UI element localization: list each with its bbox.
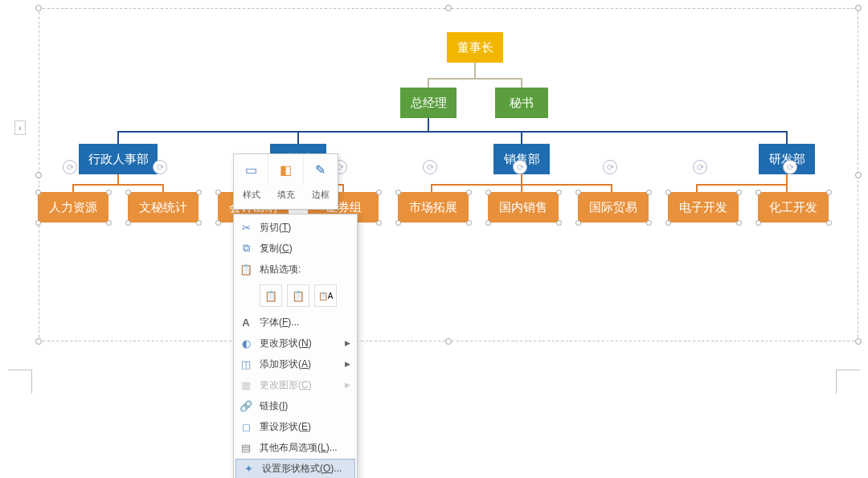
node-dept-hr[interactable]: 行政人事部	[79, 144, 158, 174]
clipboard-icon: 📋	[292, 290, 305, 302]
menu-font[interactable]: A 字体(F)...	[234, 312, 357, 333]
style-label: 样式	[234, 185, 268, 204]
menu-copy[interactable]: ⧉ 复制(C)	[234, 238, 357, 259]
node-secretary[interactable]: 秘书	[495, 88, 548, 118]
scissors-icon: ✂	[239, 222, 253, 234]
rotate-handle-icon[interactable]: ⟳	[783, 160, 797, 174]
rotate-handle-icon[interactable]: ⟳	[693, 160, 707, 174]
reset-icon: ◻	[239, 421, 253, 433]
format-shape-icon: ✦	[241, 463, 256, 475]
node-team-0[interactable]: 人力资源	[38, 192, 108, 223]
node-chairman[interactable]: 董事长	[447, 32, 503, 63]
paste-option-3[interactable]: 📋A	[314, 284, 337, 307]
style-button[interactable]: ▭	[234, 154, 268, 185]
paste-option-1[interactable]: 📋	[260, 284, 282, 307]
menu-paste-header: 📋 粘贴选项:	[234, 259, 357, 280]
rotate-handle-icon[interactable]: ⟳	[603, 160, 617, 174]
node-team-1[interactable]: 文秘统计	[128, 192, 199, 223]
menu-change-shape[interactable]: ◐ 更改形状(N) ▶	[234, 333, 357, 353]
shape-style-icon: ▭	[245, 162, 257, 178]
copy-icon: ⧉	[239, 242, 253, 255]
smartart-canvas[interactable]: ‹ 董事长 总经理 秘书 行政人事部 财务部 销售部 研发部 人力资源 文秘统计…	[14, 4, 854, 370]
menu-reset-shape[interactable]: ◻ 重设形状(E)	[234, 416, 357, 437]
fill-icon: ◧	[280, 162, 292, 178]
link-icon: 🔗	[239, 400, 253, 412]
rotate-handle-icon[interactable]: ⟳	[423, 160, 437, 174]
font-icon: A	[239, 317, 253, 329]
outline-label: 边框	[303, 185, 338, 204]
layout-icon: ▤	[239, 442, 253, 454]
page-crop-mark	[836, 370, 860, 394]
chevron-right-icon: ▶	[345, 381, 350, 389]
menu-cut[interactable]: ✂ 剪切(T)	[234, 217, 357, 238]
node-team-4[interactable]: 市场拓展	[398, 192, 469, 223]
node-team-7[interactable]: 电子开发	[668, 192, 739, 223]
mini-toolbar: ▭ ◧ ✎ 样式 填充 边框	[233, 153, 338, 210]
page-crop-mark	[8, 370, 32, 394]
node-team-6[interactable]: 国际贸易	[578, 192, 649, 223]
paste-options-row: 📋 📋 📋A	[234, 280, 357, 312]
add-shape-icon: ◫	[239, 358, 253, 370]
node-team-8[interactable]: 化工开发	[758, 192, 829, 223]
fill-button[interactable]: ◧	[268, 154, 303, 185]
node-general-manager[interactable]: 总经理	[400, 88, 457, 118]
change-graphic-icon: ▦	[239, 379, 253, 391]
menu-other-layout[interactable]: ▤ 其他布局选项(L)...	[234, 437, 357, 458]
chevron-right-icon: ▶	[345, 339, 350, 347]
clipboard-icon: 📋	[239, 264, 253, 276]
node-team-5[interactable]: 国内销售	[488, 192, 559, 223]
clipboard-icon: 📋	[264, 290, 277, 302]
expand-text-pane-button[interactable]: ‹	[14, 121, 26, 135]
menu-add-shape[interactable]: ◫ 添加形状(A) ▶	[234, 353, 357, 374]
menu-link[interactable]: 🔗 链接(I)	[234, 395, 357, 416]
change-shape-icon: ◐	[239, 337, 253, 349]
outline-button[interactable]: ✎	[304, 154, 338, 185]
rotate-handle-icon[interactable]: ⟳	[513, 160, 527, 174]
chevron-right-icon: ▶	[345, 360, 350, 368]
context-menu: ✂ 剪切(T) ⧉ 复制(C) 📋 粘贴选项: 📋 📋 📋A A 字体(F)..…	[233, 214, 358, 478]
clipboard-text-icon: 📋A	[318, 292, 334, 300]
rotate-handle-icon[interactable]: ⟳	[153, 160, 167, 174]
menu-format-shape[interactable]: ✦ 设置形状格式(O)...	[235, 459, 355, 478]
rotate-handle-icon[interactable]: ⟳	[63, 160, 77, 174]
outline-icon: ✎	[315, 162, 326, 178]
menu-change-graphic: ▦ 更改图形(C) ▶	[234, 374, 357, 395]
fill-label: 填充	[268, 185, 303, 204]
paste-option-2[interactable]: 📋	[287, 284, 309, 307]
